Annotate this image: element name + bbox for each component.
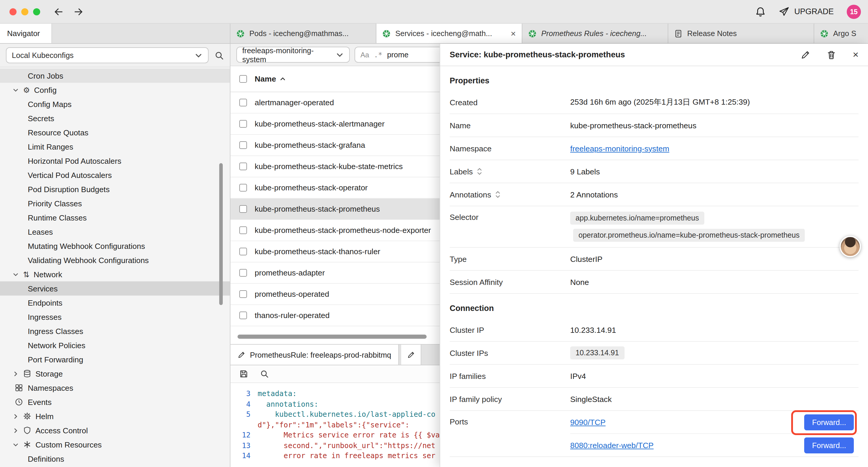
- sidebar-item-limit-ranges[interactable]: Limit Ranges: [0, 140, 230, 154]
- row-checkbox[interactable]: [239, 120, 247, 128]
- editor-tab-prometheusrule[interactable]: PrometheusRule: freeleaps-prod-rabbitmq: [230, 345, 399, 365]
- row-checkbox[interactable]: [239, 226, 247, 234]
- select-all-checkbox[interactable]: [239, 75, 247, 83]
- sidebar-item-pod-disruption-budgets[interactable]: Pod Disruption Budgets: [0, 182, 230, 196]
- name-column-header[interactable]: Name: [255, 75, 286, 83]
- save-icon[interactable]: [239, 370, 248, 378]
- match-case-toggle[interactable]: Aa: [361, 51, 369, 59]
- screenshot-stage: UPGRADE 15 Navigator Pods - icecheng@mat…: [0, 0, 868, 467]
- sidebar-item-ingresses[interactable]: Ingresses: [0, 310, 230, 324]
- tab-prometheus-rules-icecheng[interactable]: Prometheus Rules - icecheng...: [522, 24, 668, 43]
- regex-toggle[interactable]: .*: [374, 51, 382, 59]
- forward-button[interactable]: Forward...: [804, 437, 854, 453]
- table-row[interactable]: thanos-ruler-operated: [230, 305, 440, 326]
- port-link[interactable]: 8080:reloader-web/TCP: [570, 441, 653, 449]
- sidebar-item-config[interactable]: ⚙Config: [0, 83, 230, 97]
- namespace-link[interactable]: freeleaps-monitoring-system: [570, 144, 670, 153]
- sidebar-item-network-policies[interactable]: Network Policies: [0, 338, 230, 352]
- table-row[interactable]: alertmanager-operated: [230, 92, 440, 114]
- back-icon[interactable]: [53, 6, 64, 17]
- sidebar-item-secrets[interactable]: Secrets: [0, 111, 230, 125]
- upgrade-button[interactable]: UPGRADE: [779, 6, 834, 17]
- row-checkbox[interactable]: [239, 184, 247, 192]
- search-input[interactable]: Aa .* prome: [354, 47, 440, 63]
- table-row[interactable]: kube-prometheus-stack-alertmanager: [230, 114, 440, 135]
- minimize-window-button[interactable]: [21, 8, 28, 15]
- zoom-window-button[interactable]: [33, 8, 40, 15]
- field-label: IP family policy: [450, 395, 570, 404]
- field-label-text: Cluster IP: [450, 325, 484, 334]
- name-column-label: Name: [255, 75, 276, 83]
- sidebar-item-leases[interactable]: Leases: [0, 225, 230, 239]
- table-row[interactable]: kube-prometheus-stack-thanos-ruler: [230, 241, 440, 262]
- row-checkbox[interactable]: [239, 141, 247, 149]
- tab-pods-icecheng-mathmas[interactable]: Pods - icecheng@mathmas...: [230, 24, 376, 43]
- sidebar-item-definitions[interactable]: Definitions: [0, 451, 230, 466]
- editor-search-icon[interactable]: [260, 370, 269, 378]
- table-row[interactable]: kube-prometheus-stack-kube-state-metrics: [230, 156, 440, 177]
- sidebar-item-validating-webhook-configurations[interactable]: Validating Webhook Configurations: [0, 253, 230, 267]
- tab-release-notes[interactable]: Release Notes: [668, 24, 814, 43]
- row-checkbox[interactable]: [239, 290, 247, 298]
- sidebar-item-endpoints[interactable]: Endpoints: [0, 296, 230, 310]
- row-checkbox[interactable]: [239, 99, 247, 107]
- sidebar-item-runtime-classes[interactable]: Runtime Classes: [0, 210, 230, 225]
- table-row[interactable]: kube-prometheus-stack-prometheus: [230, 199, 440, 220]
- kubeconfig-selector[interactable]: Local Kubeconfigs: [6, 47, 209, 63]
- sidebar-item-services[interactable]: Services: [0, 282, 230, 296]
- notifications-bell-icon[interactable]: [755, 6, 766, 17]
- search-icon[interactable]: [215, 51, 224, 60]
- sort-icon[interactable]: [477, 167, 482, 176]
- sidebar-item-custom-resources[interactable]: Custom Resources: [0, 437, 230, 451]
- horizontal-scrollbar-thumb[interactable]: [238, 334, 427, 339]
- sidebar-item-storage[interactable]: Storage: [0, 367, 230, 381]
- sidebar-item-namespaces[interactable]: Namespaces: [0, 381, 230, 395]
- sort-icon[interactable]: [495, 191, 500, 199]
- user-avatar[interactable]: [840, 236, 861, 257]
- sidebar-item-events[interactable]: Events: [0, 395, 230, 409]
- notification-count-badge[interactable]: 15: [847, 4, 861, 19]
- editor-line: 14 error rate in freeleaps metrics ser: [230, 451, 440, 461]
- close-icon[interactable]: ×: [510, 29, 516, 38]
- row-checkbox[interactable]: [239, 269, 247, 276]
- row-checkbox[interactable]: [239, 248, 247, 255]
- forward-button[interactable]: Forward...: [804, 414, 854, 430]
- row-checkbox[interactable]: [239, 205, 247, 213]
- tab-services-icecheng-math[interactable]: Services - icecheng@math...×: [376, 24, 522, 43]
- sidebar-item-helm[interactable]: Helm: [0, 409, 230, 423]
- field-ip-family-policy: IP family policySingleStack: [450, 388, 859, 411]
- sidebar-item-vertical-pod-autoscalers[interactable]: Vertical Pod Autoscalers: [0, 168, 230, 182]
- row-checkbox[interactable]: [239, 163, 247, 170]
- navigator-tab[interactable]: Navigator: [0, 24, 52, 43]
- edit-icon[interactable]: [801, 50, 810, 59]
- close-window-button[interactable]: [9, 8, 17, 15]
- port-link[interactable]: 9090/TCP: [570, 418, 606, 427]
- table-row[interactable]: prometheus-operated: [230, 284, 440, 305]
- table-row[interactable]: kube-prometheus-stack-prometheus-node-ex…: [230, 220, 440, 241]
- sidebar-item-priority-classes[interactable]: Priority Classes: [0, 196, 230, 210]
- sidebar-item-access-control[interactable]: Access Control: [0, 423, 230, 437]
- table-row[interactable]: kube-prometheus-stack-grafana: [230, 135, 440, 156]
- sidebar-scrollbar[interactable]: [219, 163, 223, 305]
- sidebar-item-mutating-webhook-configurations[interactable]: Mutating Webhook Configurations: [0, 239, 230, 253]
- tab-argo-s[interactable]: Argo S: [814, 24, 868, 43]
- editor-line: 4 annotations:: [230, 399, 440, 410]
- forward-icon[interactable]: [73, 6, 84, 17]
- sidebar-item-horizontal-pod-autoscalers[interactable]: Horizontal Pod Autoscalers: [0, 154, 230, 168]
- sidebar-item-cron-jobs[interactable]: Cron Jobs: [0, 68, 230, 83]
- sidebar-item-ingress-classes[interactable]: Ingress Classes: [0, 324, 230, 338]
- code-token: d"},"for":"1m","labels":{"service":: [258, 420, 409, 430]
- namespace-filter[interactable]: freeleaps-monitoring-system: [236, 47, 350, 63]
- delete-icon[interactable]: [827, 50, 836, 59]
- sidebar-item-resource-quotas[interactable]: Resource Quotas: [0, 125, 230, 140]
- sidebar-item-port-forwarding[interactable]: Port Forwarding: [0, 352, 230, 367]
- row-checkbox[interactable]: [239, 312, 247, 319]
- close-icon[interactable]: ×: [852, 50, 859, 60]
- sidebar-item-config-maps[interactable]: Config Maps: [0, 97, 230, 111]
- sidebar-item-network[interactable]: ⇅Network: [0, 267, 230, 282]
- yaml-editor[interactable]: 3metadata:4 annotations:5 kubectl.kubern…: [230, 383, 440, 461]
- table-row[interactable]: kube-prometheus-stack-operator: [230, 177, 440, 199]
- sidebar-item-label: Runtime Classes: [28, 213, 87, 222]
- table-row[interactable]: prometheus-adapter: [230, 262, 440, 284]
- editor-tab-partial[interactable]: [401, 345, 421, 365]
